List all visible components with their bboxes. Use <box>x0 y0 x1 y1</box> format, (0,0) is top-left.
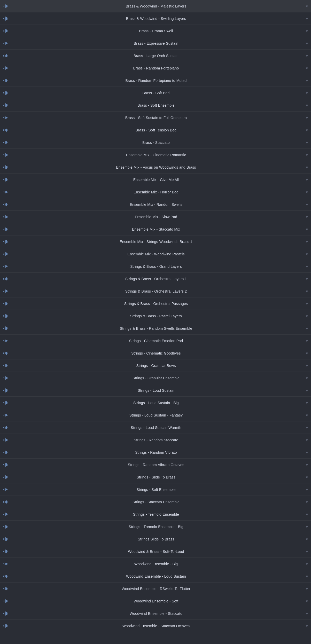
track-row[interactable]: Strings - Loud Sustain - Big♥ <box>0 397 311 409</box>
track-row[interactable]: Woodwind Ensemble - RSwells-To-Flutter♥ <box>0 583 311 595</box>
track-row[interactable]: Strings - Slide To Brass♥ <box>0 471 311 483</box>
track-row[interactable]: Strings - Random Vibrato♥ <box>0 446 311 459</box>
heart-icon[interactable]: ♥ <box>302 500 308 504</box>
track-row[interactable]: Brass & Woodwind - Majestic Layers♥ <box>0 0 311 12</box>
track-row[interactable]: Strings - Cinematic Emotion Pad♥ <box>0 335 311 347</box>
heart-icon[interactable]: ♥ <box>302 314 308 318</box>
track-row[interactable]: Brass - Expressive Sustain♥ <box>0 37 311 50</box>
track-row[interactable]: Strings - Staccato Ensemble♥ <box>0 496 311 508</box>
heart-icon[interactable]: ♥ <box>302 153 308 157</box>
track-row[interactable]: Ensemble Mix - Focus on Woodwinds and Br… <box>0 161 311 174</box>
heart-icon[interactable]: ♥ <box>302 574 308 578</box>
track-row[interactable]: Woodwind Ensemble - Big♥ <box>0 558 311 570</box>
track-row[interactable]: Strings - Loud Sustain - Fantasy♥ <box>0 409 311 421</box>
track-row[interactable]: Brass - Large Orch Sustain♥ <box>0 50 311 62</box>
track-row[interactable]: Strings & Brass - Grand Layers♥ <box>0 260 311 273</box>
track-row[interactable]: Ensemble Mix - Staccato Mix♥ <box>0 223 311 235</box>
track-row[interactable]: Strings - Granular Ensemble♥ <box>0 372 311 384</box>
track-row[interactable]: Ensemble Mix - Woodwind Pastels♥ <box>0 248 311 260</box>
heart-icon[interactable]: ♥ <box>302 438 308 442</box>
track-row[interactable]: Ensemble Mix - Cinematic Romantic♥ <box>0 149 311 161</box>
track-row[interactable]: Strings - Soft Ensemble♥ <box>0 483 311 496</box>
heart-icon[interactable]: ♥ <box>302 165 308 169</box>
track-row[interactable]: Brass - Soft Bed♥ <box>0 87 311 99</box>
heart-icon[interactable]: ♥ <box>302 364 308 368</box>
heart-icon[interactable]: ♥ <box>302 611 308 616</box>
track-row[interactable]: Ensemble Mix - Strings-Woodwinds-Brass 1… <box>0 235 311 248</box>
heart-icon[interactable]: ♥ <box>302 549 308 554</box>
track-row[interactable]: Brass - Random Fortepiano to Muted♥ <box>0 74 311 87</box>
heart-icon[interactable]: ♥ <box>302 54 308 58</box>
track-row[interactable]: Brass & Woodwind - Swirling Layers♥ <box>0 12 311 25</box>
heart-icon[interactable]: ♥ <box>302 339 308 343</box>
heart-icon[interactable]: ♥ <box>302 227 308 231</box>
heart-icon[interactable]: ♥ <box>302 401 308 405</box>
heart-icon[interactable]: ♥ <box>302 562 308 566</box>
track-row[interactable]: Strings - Random Vibrato Octaves♥ <box>0 459 311 471</box>
track-row[interactable]: Woodwind & Brass - Soft-To-Loud♥ <box>0 545 311 558</box>
heart-icon[interactable]: ♥ <box>302 41 308 45</box>
heart-icon[interactable]: ♥ <box>302 103 308 107</box>
track-row[interactable]: Brass - Soft Sustain to Full Orchestra♥ <box>0 112 311 124</box>
track-row[interactable]: Strings & Brass - Orchestral Layers 2♥ <box>0 285 311 297</box>
heart-icon[interactable]: ♥ <box>302 450 308 454</box>
heart-icon[interactable]: ♥ <box>302 463 308 467</box>
heart-icon[interactable]: ♥ <box>302 17 308 21</box>
track-row[interactable]: Strings & Brass - Orchestral Layers 1♥ <box>0 273 311 285</box>
heart-icon[interactable]: ♥ <box>302 599 308 603</box>
track-row[interactable]: Ensemble Mix - Random Swells♥ <box>0 198 311 211</box>
track-row[interactable]: Ensemble Mix - Horror Bed♥ <box>0 186 311 198</box>
track-row[interactable]: Strings & Brass - Random Swells Ensemble… <box>0 322 311 335</box>
heart-icon[interactable]: ♥ <box>302 78 308 83</box>
track-row[interactable]: Woodwind Ensemble - Staccato♥ <box>0 607 311 620</box>
heart-icon[interactable]: ♥ <box>302 488 308 492</box>
heart-icon[interactable]: ♥ <box>302 116 308 120</box>
track-row[interactable]: Brass - Random Fortepiano♥ <box>0 62 311 74</box>
heart-icon[interactable]: ♥ <box>302 388 308 392</box>
track-row[interactable]: Brass - Soft Tension Bed♥ <box>0 124 311 136</box>
track-row[interactable]: Woodwind Ensemble - Soft♥ <box>0 595 311 607</box>
heart-icon[interactable]: ♥ <box>302 240 308 244</box>
track-row[interactable]: Woodwind Ensemble - Loud Sustain♥ <box>0 570 311 583</box>
heart-icon[interactable]: ♥ <box>302 252 308 256</box>
heart-icon[interactable]: ♥ <box>302 525 308 529</box>
track-row[interactable]: Strings - Granular Bows♥ <box>0 359 311 372</box>
heart-icon[interactable]: ♥ <box>302 376 308 380</box>
track-row[interactable]: Strings - Cinematic Goodbyes♥ <box>0 347 311 359</box>
track-row[interactable]: Woodwind Ensemble - Staccato Octaves♥ <box>0 620 311 632</box>
track-row[interactable]: Strings - Random Staccato♥ <box>0 434 311 446</box>
heart-icon[interactable]: ♥ <box>302 29 308 33</box>
track-row[interactable]: Strings - Tremolo Ensemble - Big♥ <box>0 521 311 533</box>
heart-icon[interactable]: ♥ <box>302 264 308 269</box>
heart-icon[interactable]: ♥ <box>302 4 308 8</box>
track-row[interactable]: Strings - Tremolo Ensemble♥ <box>0 508 311 521</box>
heart-icon[interactable]: ♥ <box>302 537 308 541</box>
heart-icon[interactable]: ♥ <box>302 215 308 219</box>
heart-icon[interactable]: ♥ <box>302 289 308 293</box>
heart-icon[interactable]: ♥ <box>302 587 308 591</box>
heart-icon[interactable]: ♥ <box>302 624 308 628</box>
heart-icon[interactable]: ♥ <box>302 178 308 182</box>
heart-icon[interactable]: ♥ <box>302 351 308 355</box>
heart-icon[interactable]: ♥ <box>302 277 308 281</box>
track-row[interactable]: Strings - Loud Sustain Warmth♥ <box>0 421 311 434</box>
heart-icon[interactable]: ♥ <box>302 413 308 417</box>
heart-icon[interactable]: ♥ <box>302 202 308 207</box>
track-row[interactable]: Brass - Soft Ensemble♥ <box>0 99 311 112</box>
heart-icon[interactable]: ♥ <box>302 91 308 95</box>
track-row[interactable]: Strings & Brass - Orchestral Passages♥ <box>0 297 311 310</box>
track-row[interactable]: Strings - Loud Sustain♥ <box>0 384 311 397</box>
heart-icon[interactable]: ♥ <box>302 190 308 194</box>
track-row[interactable]: Ensemble Mix - Slow Pad♥ <box>0 211 311 223</box>
track-row[interactable]: Strings Slide To Brass♥ <box>0 533 311 545</box>
heart-icon[interactable]: ♥ <box>302 140 308 145</box>
track-row[interactable]: Ensemble Mix - Give Me All♥ <box>0 174 311 186</box>
heart-icon[interactable]: ♥ <box>302 66 308 70</box>
track-row[interactable]: Strings & Brass - Pastel Layers♥ <box>0 310 311 322</box>
heart-icon[interactable]: ♥ <box>302 326 308 331</box>
track-row[interactable]: Brass - Drama Swell♥ <box>0 25 311 37</box>
heart-icon[interactable]: ♥ <box>302 302 308 306</box>
heart-icon[interactable]: ♥ <box>302 475 308 479</box>
heart-icon[interactable]: ♥ <box>302 128 308 132</box>
track-row[interactable]: Brass - Staccato♥ <box>0 136 311 149</box>
